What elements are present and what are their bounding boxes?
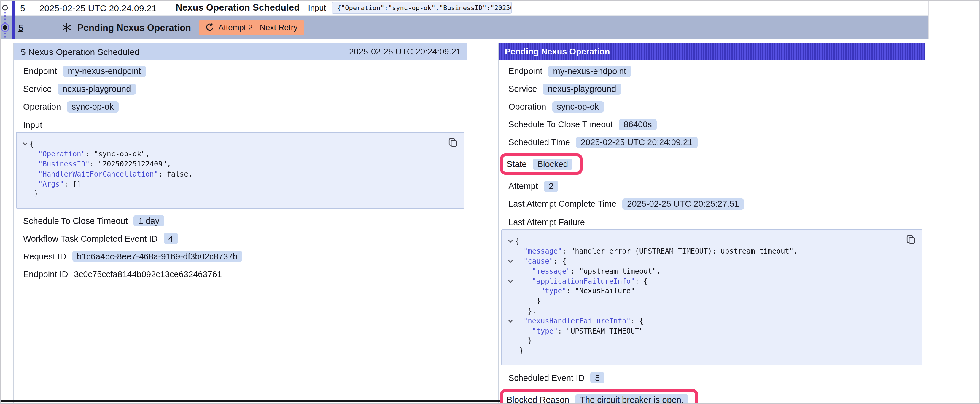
field-row-schedule-to-close-timeout: Schedule To Close Timeout1 day [23, 214, 457, 228]
field-label-attempt: Attempt [508, 181, 538, 191]
code-line-text: "type": "UPSTREAM_TIMEOUT" [515, 327, 644, 335]
field-label-operation: Operation [23, 102, 61, 111]
code-line: "nexusHandlerFailureInfo": { [506, 316, 913, 326]
code-line-text: "applicationFailureInfo": { [515, 277, 648, 285]
code-line-text: "Operation": "sync-op-ok", [30, 150, 150, 158]
field-label-last-attempt-failure: Last Attempt Failure [508, 217, 915, 227]
annotated-field-row-blocked-reason: Blocked ReasonThe circuit breaker is ope… [500, 389, 698, 404]
field-value-operation: sync-op-ok [67, 101, 118, 112]
field-value-endpoint: my-nexus-endpoint [549, 65, 631, 77]
field-value-service: nexus-playground [543, 83, 621, 95]
field-label-endpoint: Endpoint [23, 67, 57, 76]
panel-header-timestamp: 2025-02-25 UTC 20:24:09.21 [349, 47, 461, 56]
selected-events-accent-bar [13, 0, 16, 39]
code-line: "cause": { [506, 256, 913, 266]
code-line: } [506, 346, 913, 356]
copy-icon [448, 138, 458, 147]
code-line: "type": "UPSTREAM_TIMEOUT" [506, 326, 913, 336]
retry-status-badge: Attempt 2 · Next Retry [199, 20, 304, 35]
code-line: "message": "upstream timeout", [506, 266, 913, 276]
event-id-link[interactable]: 5 [18, 22, 24, 33]
code-line-text: { [515, 237, 519, 246]
collapse-chevron-icon[interactable] [506, 239, 515, 243]
event-row-pending-nexus-operation[interactable]: 5 Pending Nexus Operation Attempt 2 · Ne… [0, 16, 929, 39]
field-value-schedule-to-close-timeout: 86400s [619, 119, 657, 130]
code-line: "HandlerWaitForCancellation": false, [20, 169, 456, 179]
timeline-current-dot-icon [3, 25, 7, 30]
input-label: Input [308, 3, 326, 12]
code-line: { [506, 236, 913, 246]
field-value-workflow-task-completed-event-id: 4 [164, 233, 178, 244]
collapse-chevron-icon[interactable] [506, 319, 515, 323]
field-label-request-id: Request ID [23, 252, 66, 261]
field-value-scheduled-time: 2025-02-25 UTC 20:24:09.21 [576, 136, 697, 148]
field-label-schedule-to-close-timeout: Schedule To Close Timeout [23, 216, 128, 226]
code-line-text: "Args": [] [30, 180, 81, 188]
field-value-state: Blocked [533, 158, 573, 170]
code-line: "Args": [] [20, 179, 456, 189]
code-line-text: } [515, 297, 541, 305]
timeline-start-circle-icon [3, 5, 7, 10]
field-value-attempt: 2 [544, 181, 558, 192]
code-line: { [20, 139, 456, 149]
code-line-text: } [515, 337, 532, 345]
code-line-text: }, [515, 307, 536, 315]
field-row-service: Servicenexus-playground [23, 82, 457, 95]
field-row-operation: Operationsync-op-ok [508, 100, 915, 113]
field-row-schedule-to-close-timeout: Schedule To Close Timeout86400s [508, 118, 915, 131]
code-line-text: "BusinessID": "20250225122409", [30, 160, 171, 168]
field-row-endpoint: Endpointmy-nexus-endpoint [23, 65, 457, 78]
field-label-state: State [507, 159, 527, 169]
field-value-endpoint: my-nexus-endpoint [63, 65, 146, 77]
field-row-workflow-task-completed-event-id: Workflow Task Completed Event ID4 [23, 232, 457, 245]
collapse-chevron-icon[interactable] [506, 260, 515, 263]
field-label-last-attempt-complete-time: Last Attempt Complete Time [508, 199, 616, 209]
temporal-event-history-screen: 5 2025-02-25 UTC 20:24:09.21 Nexus Opera… [0, 0, 980, 404]
field-row-endpoint-id: Endpoint ID3c0c75ccfa8144b092c13ce632463… [23, 268, 457, 281]
event-id-link[interactable]: 5 [20, 3, 25, 13]
field-value-endpoint-id[interactable]: 3c0c75ccfa8144b092c13ce632463761 [74, 269, 222, 279]
code-line-text: "nexusHandlerFailureInfo": { [515, 317, 644, 325]
field-row-endpoint: Endpointmy-nexus-endpoint [508, 65, 915, 78]
field-label-workflow-task-completed-event-id: Workflow Task Completed Event ID [23, 234, 158, 244]
code-line-text: "type": "NexusFailure" [515, 287, 635, 295]
copy-button[interactable] [447, 136, 459, 149]
field-value-schedule-to-close-timeout: 1 day [134, 215, 164, 227]
field-label-input: Input [23, 120, 457, 130]
code-line-text: "message": "handler error (UPSTREAM_TIME… [515, 247, 798, 255]
retry-icon [205, 23, 214, 32]
json-code-block-input_json: { "Operation": "sync-op-ok", "BusinessID… [16, 132, 465, 209]
code-line-text: } [515, 347, 523, 355]
field-value-last-attempt-complete-time: 2025-02-25 UTC 20:25:27.51 [622, 198, 744, 209]
event-row-nexus-operation-scheduled[interactable]: 5 2025-02-25 UTC 20:24:09.21 Nexus Opera… [0, 0, 929, 16]
code-line-text: } [30, 190, 38, 198]
field-value-blocked-reason: The circuit breaker is open. [575, 394, 689, 404]
panel-pending-nexus-operation: Pending Nexus Operation Endpointmy-nexus… [498, 43, 926, 403]
field-label-endpoint-id: Endpoint ID [23, 269, 68, 279]
field-row-operation: Operationsync-op-ok [23, 100, 457, 113]
field-row-service: Servicenexus-playground [508, 82, 915, 95]
copy-icon [906, 234, 916, 245]
field-value-service: nexus-playground [58, 83, 136, 95]
field-value-request-id: b1c6a4bc-8ee7-468a-9169-df3b02c8737b [72, 251, 242, 262]
code-line: "type": "NexusFailure" [506, 286, 913, 296]
field-label-schedule-to-close-timeout: Schedule To Close Timeout [508, 120, 613, 129]
annotated-field-row-state: StateBlocked [500, 154, 583, 175]
retry-badge-label: Attempt 2 · Next Retry [218, 23, 298, 32]
code-line: "BusinessID": "20250225122409", [20, 159, 456, 169]
field-row-scheduled-event-id: Scheduled Event ID5 [508, 371, 915, 384]
field-label-blocked-reason: Blocked Reason [507, 395, 569, 404]
pending-asterisk-icon [62, 22, 72, 33]
json-code-block-failure_json: { "message": "handler error (UPSTREAM_TI… [501, 229, 923, 365]
field-label-operation: Operation [508, 102, 546, 111]
code-line-text: "HandlerWaitForCancellation": false, [30, 170, 192, 178]
collapse-chevron-icon[interactable] [506, 279, 515, 283]
collapse-chevron-icon[interactable] [20, 143, 30, 146]
code-line: } [506, 336, 913, 346]
copy-button[interactable] [905, 233, 917, 246]
field-row-request-id: Request IDb1c6a4bc-8ee7-468a-9169-df3b02… [23, 250, 457, 263]
panel-header-scheduled: 5 Nexus Operation Scheduled 2025-02-25 U… [14, 43, 467, 60]
code-line: }, [506, 306, 913, 316]
field-row-last-attempt-complete-time: Last Attempt Complete Time2025-02-25 UTC… [508, 197, 915, 210]
code-line: "applicationFailureInfo": { [506, 276, 913, 286]
